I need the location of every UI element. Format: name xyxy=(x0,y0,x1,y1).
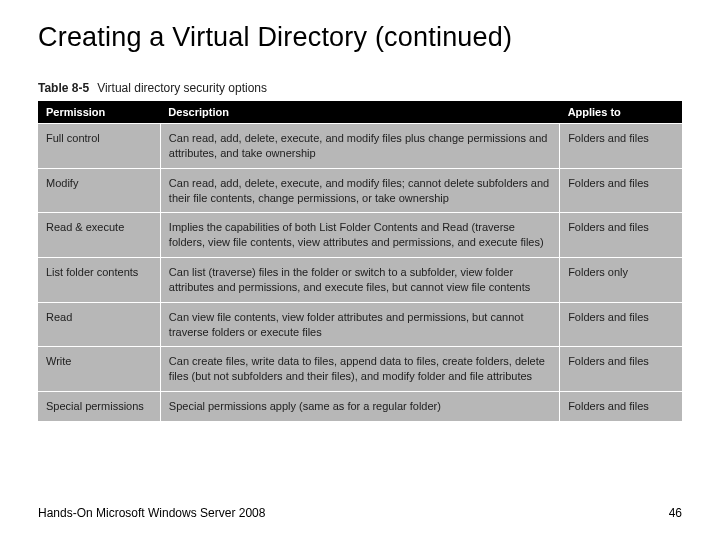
cell-description: Can list (traverse) files in the folder … xyxy=(160,258,559,303)
cell-applies: Folders and files xyxy=(560,392,682,421)
slide: Creating a Virtual Directory (continued)… xyxy=(0,0,720,540)
cell-permission: Write xyxy=(38,347,160,392)
cell-applies: Folders and files xyxy=(560,302,682,347)
footer-book-title: Hands-On Microsoft Windows Server 2008 xyxy=(38,506,265,520)
table-number: Table 8-5 xyxy=(38,81,89,95)
table-row: Special permissions Special permissions … xyxy=(38,392,682,421)
cell-description: Special permissions apply (same as for a… xyxy=(160,392,559,421)
header-description: Description xyxy=(160,101,559,124)
table-header-row: Permission Description Applies to xyxy=(38,101,682,124)
table-row: Read Can view file contents, view folder… xyxy=(38,302,682,347)
table-row: List folder contents Can list (traverse)… xyxy=(38,258,682,303)
table-row: Write Can create files, write data to fi… xyxy=(38,347,682,392)
footer: Hands-On Microsoft Windows Server 2008 4… xyxy=(38,506,682,520)
header-permission: Permission xyxy=(38,101,160,124)
page-title: Creating a Virtual Directory (continued) xyxy=(38,22,682,53)
cell-permission: Read & execute xyxy=(38,213,160,258)
cell-permission: Read xyxy=(38,302,160,347)
table-row: Full control Can read, add, delete, exec… xyxy=(38,124,682,169)
cell-permission: Special permissions xyxy=(38,392,160,421)
cell-description: Can create files, write data to files, a… xyxy=(160,347,559,392)
cell-permission: Full control xyxy=(38,124,160,169)
cell-applies: Folders and files xyxy=(560,124,682,169)
cell-description: Implies the capabilities of both List Fo… xyxy=(160,213,559,258)
cell-applies: Folders and files xyxy=(560,168,682,213)
cell-description: Can read, add, delete, execute, and modi… xyxy=(160,124,559,169)
cell-description: Can read, add, delete, execute, and modi… xyxy=(160,168,559,213)
cell-description: Can view file contents, view folder attr… xyxy=(160,302,559,347)
header-applies: Applies to xyxy=(560,101,682,124)
page-number: 46 xyxy=(669,506,682,520)
table-caption-text: Virtual directory security options xyxy=(97,81,267,95)
cell-permission: List folder contents xyxy=(38,258,160,303)
table-row: Modify Can read, add, delete, execute, a… xyxy=(38,168,682,213)
table-row: Read & execute Implies the capabilities … xyxy=(38,213,682,258)
table-caption: Table 8-5Virtual directory security opti… xyxy=(38,81,682,95)
cell-applies: Folders and files xyxy=(560,213,682,258)
cell-applies: Folders and files xyxy=(560,347,682,392)
cell-applies: Folders only xyxy=(560,258,682,303)
permissions-table: Permission Description Applies to Full c… xyxy=(38,101,682,421)
cell-permission: Modify xyxy=(38,168,160,213)
